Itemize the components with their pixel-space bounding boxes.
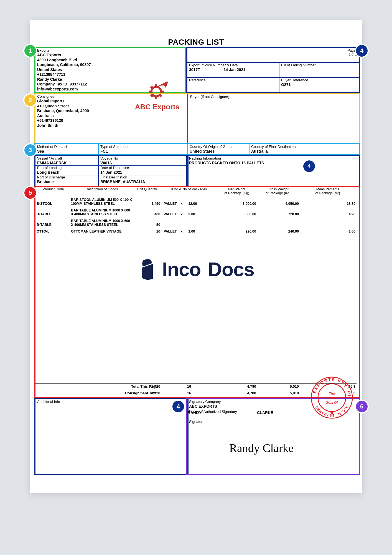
sig-company-value: ABC EXPORTS [189,404,221,408]
col-net: Net Weightof Package (Kg) [217,188,256,195]
col-meas: Measurementsof Package (m³) [300,188,355,195]
invoice-meta-section: Pages 1 of 1 Export Invoice Number & Dat… [186,47,360,93]
final-dest-value: BRISBANE, AUSTRALIA [100,180,145,184]
port-loading-label: Port of Loading [37,166,96,170]
exporter-addr1: 4300 Longbeach Blvd [37,58,91,63]
seal-line1: The [329,392,335,396]
signature-script: Randy Clarke [229,442,294,455]
badge-4a: 4 [356,45,368,57]
badge-1: 1 [24,45,36,57]
exporter-label: Exporter [37,48,91,53]
date-departure-value: 14 Jan 2021 [100,170,129,175]
total-page-row: Total This Page 1,920 16 4,780 5,010 25.… [35,383,357,390]
total-cons-packages: 16 [162,391,216,395]
consignee-country: Australia [37,113,89,118]
page-title: PACKING LIST [30,38,362,47]
total-consignment-row: Consignment Total 1,920 16 4,780 5,010 2… [35,390,357,397]
vessel-value: EMMA MAERSK [37,161,96,165]
total-page-gross: 5,010 [257,384,299,389]
badge-5: 5 [24,187,36,199]
method-dispatch-value: Sea [37,149,96,153]
sig-company-label: Signatory Company [189,400,221,404]
dispatch-section: Method of DispatchSea Type of ShipmentFC… [34,143,360,155]
badge-4b: 4 [303,160,315,172]
table-row: B-STOOLBAR STOOL ALUMINIUM 500 X 100 X 1… [35,197,357,207]
badge-4c: 4 [172,401,184,412]
additional-info-label: Additional Info [37,400,60,404]
watermark-text-1: Inco [162,259,201,280]
final-dest-label: Final Destination [100,175,145,179]
consignee-addr1: 410 Queen Street [37,104,89,109]
watermark: Inco Docs [30,258,362,282]
watermark-text-2: Docs [208,259,254,280]
invoice-date-value: 14 Jan 2021 [223,67,245,72]
sig-firstname: RANDY [188,410,215,415]
date-departure-label: Date of Departure [100,166,129,170]
exporter-name: ABC Exports [37,53,91,58]
exporter-addr2: Longbeach, California, 90807 [37,62,91,67]
bill-of-lading-label: Bill of Lading Number [281,63,315,67]
port-loading-value: Long Beach [37,170,96,175]
exporter-phone: +121388447711 [37,72,91,77]
vessel-label: Vessel / Aircraft [37,156,96,160]
invoice-no-label: Export Invoice Number & Date [189,63,277,67]
col-gross: Gross Weightof Package (Kg) [257,188,299,195]
invoice-no-value: 3017T [189,67,222,72]
reference-label: Reference [189,78,277,82]
consignee-contact: John Smith [37,123,89,128]
seal-line2: Common [325,396,339,400]
port-discharge-label: Port of Discharge [37,175,96,179]
col-kind: Kind & No of Packages [162,188,216,191]
type-shipment-value: FCL [100,149,185,153]
col-qty: Unit Quantity [134,188,160,191]
items-section [34,186,360,398]
consignee-buyer-section: Consignee Global Imports 410 Queen Stree… [34,93,360,144]
svg-rect-3 [149,91,151,93]
incodocs-logo-icon [138,258,157,281]
total-cons-qty: 1,920 [134,391,160,395]
consignee-block: Consignee Global Imports 410 Queen Stree… [37,94,89,128]
table-row: B-TABLEBAR TABLE ALUMINIUM 1000 X 600 X … [35,208,357,218]
seal-line3: Seal Of [326,400,338,405]
voyage-no-value: V001S [100,161,118,165]
pages-box: Pages 1 of 1 [338,48,359,62]
country-origin-value: United States [190,149,247,153]
additional-info-section: Additional Info [34,398,189,475]
voyage-section: Vessel / AircraftEMMA MAERSK Voyage NoV0… [34,155,189,187]
consignee-phone: +61497336120 [37,118,89,123]
packing-list-page: PACKING LIST Exporter ABC Exports 4300 L… [30,20,362,493]
voyage-no-label: Voyage No [100,156,118,160]
method-dispatch-label: Method of Dispatch [37,145,96,149]
col-desc: Description of Goods [71,188,133,191]
svg-rect-4 [161,91,164,93]
badge-3: 3 [24,144,36,156]
badge-6: 6 [356,401,368,412]
total-page-qty: 1,920 [134,384,160,389]
packing-info-label: Packing Information [189,156,264,160]
buyer-reference-label: Buyer Reference [281,78,308,82]
svg-text:★: ★ [330,410,334,415]
exporter-contact: Randy Clarke [37,77,91,82]
consignee-label: Consignee [37,94,89,99]
total-cons-net: 4,780 [217,391,256,395]
exporter-block: Exporter ABC Exports 4300 Longbeach Blvd… [37,48,91,92]
exporter-country: United States [37,67,91,72]
company-seal: BC EXPORTS PTY. LTD. A.C.N. 86124239 The… [310,375,354,420]
consignee-addr2: Brisbane, Queensland, 4000 [37,109,89,113]
badge-2: 2 [24,94,36,106]
country-dest-label: Country of Final Destination [251,145,296,149]
col-code: Product Code [37,188,70,191]
pages-label: Pages [340,49,357,52]
packing-info-section: Packing InformationPRODUCTS PACKED ONTO … [186,155,360,187]
table-row: OTTO-LOTTOMAN LEATHER VINTAGE20PALLET x … [35,229,357,239]
pages-value: 1 of 1 [340,52,357,56]
exporter-taxid: Company Tax ID: 93377112 [37,82,91,87]
packing-info-value: PRODUCTS PACKED ONTO 16 PALLETS [189,161,264,165]
total-page-packages: 16 [162,384,216,389]
type-shipment-label: Type of Shipment [100,145,185,149]
country-origin-label: Country Of Origin of Goods [190,145,247,149]
consignee-name: Global Imports [37,99,89,104]
table-row: B-TABLEBAR TABLE ALUMINIUM 1000 X 600 X … [35,218,357,228]
total-page-net: 4,780 [217,384,256,389]
total-cons-gross: 5,010 [257,391,299,395]
